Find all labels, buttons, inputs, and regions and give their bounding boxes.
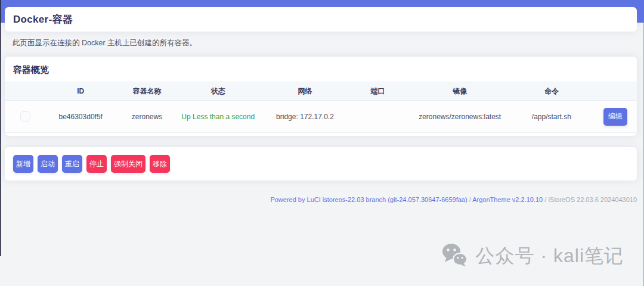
col-name: 容器名称: [115, 82, 178, 101]
force-close-button[interactable]: 强制关闭: [111, 155, 145, 173]
page-title-card: Docker-容器: [5, 7, 637, 32]
col-network: 网络: [258, 82, 352, 101]
edit-button[interactable]: 编辑: [603, 108, 627, 126]
col-ports: 端口: [352, 82, 403, 101]
cell-network: bridge: 172.17.0.2: [258, 101, 352, 133]
actions-card: 新增 启动 重启 停止 强制关闭 移除: [5, 147, 637, 181]
cell-ports: [352, 101, 403, 133]
col-command: 命令: [517, 82, 587, 101]
start-button[interactable]: 启动: [38, 155, 58, 173]
argon-theme-link[interactable]: ArgonTheme v2.2.10.10: [472, 196, 543, 203]
container-overview-card: 容器概览 ID 容器名称 状态 网络 端口 镜像 命令 be46303d0f5f: [5, 57, 637, 136]
table-header-row: ID 容器名称 状态 网络 端口 镜像 命令: [5, 82, 637, 101]
col-checkbox: [5, 82, 46, 101]
add-button[interactable]: 新增: [13, 155, 33, 173]
footer: Powered by LuCI istoreos-22.03 branch (g…: [270, 196, 637, 203]
cell-container-name: zeronews: [115, 101, 178, 133]
footer-separator-2: /: [543, 196, 548, 203]
footer-separator: /: [467, 196, 473, 203]
watermark-text: 公众号 · kali笔记: [476, 243, 624, 269]
page-title: Docker-容器: [13, 13, 73, 26]
wechat-icon: [442, 243, 468, 269]
col-id: ID: [46, 82, 116, 101]
containers-table: ID 容器名称 状态 网络 端口 镜像 命令 be46303d0f5f zero…: [5, 82, 637, 133]
remove-button[interactable]: 移除: [150, 155, 170, 173]
col-actions: [586, 82, 637, 101]
cell-command: /app/start.sh: [517, 101, 587, 133]
watermark: 公众号 · kali笔记: [442, 243, 624, 269]
page-description: 此页面显示在连接的 Docker 主机上已创建的所有容器。: [13, 38, 197, 48]
row-checkbox[interactable]: [20, 111, 30, 122]
cell-image: zeronews/zeronews:latest: [403, 101, 517, 133]
col-image: 镜像: [403, 82, 517, 101]
cell-status: Up Less than a second: [178, 101, 258, 133]
col-status: 状态: [178, 82, 258, 101]
screenshot-left-edge: [0, 0, 1, 256]
section-title: 容器概览: [5, 57, 637, 82]
firmware-version: iStoreOS 22.03.6 2024043010: [548, 196, 637, 203]
powered-by-link[interactable]: Powered by LuCI istoreos-22.03 branch (g…: [270, 196, 467, 203]
stop-button[interactable]: 停止: [86, 155, 107, 173]
table-row: be46303d0f5f zeronews Up Less than a sec…: [5, 101, 637, 133]
cell-container-id: be46303d0f5f: [46, 101, 116, 133]
restart-button[interactable]: 重启: [62, 155, 82, 173]
